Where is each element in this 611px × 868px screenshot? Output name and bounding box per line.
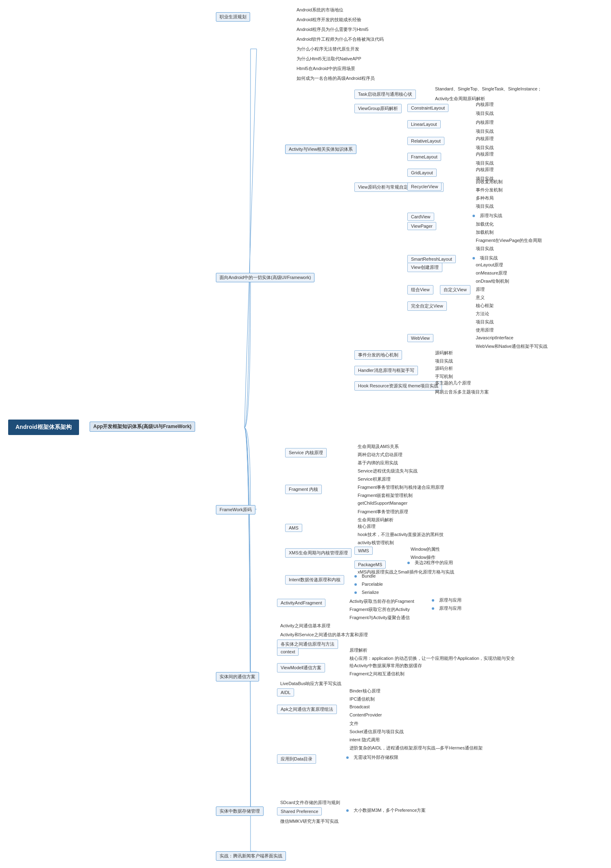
connection-lines [0,0,611,868]
cardview-label: CardView [407,213,434,221]
webview-node: WebView [407,334,433,342]
recyclerview-label: RecyclerView [407,182,442,191]
recyclerview-node: RecyclerView [407,182,442,191]
mindmap-container: Android框架体系架构 App开发框架知识体系(高级UI与FrameWork… [0,0,611,868]
cc-2-node: 方法论 [473,310,492,318]
vm-2-node: Fragment之间相互通信机制 [346,670,408,678]
cardview-node: CardView [407,213,434,221]
event-label: 事件分发的地心机制 [354,350,402,360]
apk2-5-label: intent 隐式调用 [346,736,383,744]
career-2-node: Android程序开发的技能成长经验 [293,15,365,24]
intent-node: Intent数据传递原理和内核 [285,575,344,585]
service-1-node: 生命周期及AMS关系 [354,442,402,451]
activity-comm-node: Activity之间通信基本原理 [277,622,334,630]
frag-1-node: Fragment事务管理机制与栈传递合应用原理 [354,483,447,492]
hook-label: Hook Resource资源实现 theme项目实战 [354,381,442,391]
complete-custom-label: 完全自定义View [407,301,447,311]
career-1-label: Android系统的市场地位 [293,6,347,14]
apk2-2-node: ContentProvider [346,711,385,719]
af-label: ActivityAndFragment [277,599,325,607]
l1-app-node: App开发框架知识体系(高级UI与FrameWork) [90,422,195,432]
af-1-1-node: 原理与应用 [432,597,465,603]
ams-2-label: hook技术，不注册activity直接派达的黑科技 [354,530,447,539]
viewpager-label: ViewPager [407,222,436,230]
career-2-label: Android程序开发的技能成长经验 [293,15,365,24]
smartrefresh-node: SmartRefreshLayout [407,255,456,263]
apk2-1-node: Broadcast [346,703,373,710]
activity-view-node: Activity与View相关实体知识体系 [285,145,356,154]
custom-view-node: 自定义View [440,285,470,294]
wms-label: WMS [354,547,373,555]
wv-1-label: JavascriptInterface [473,334,516,341]
viewgroup-label: ViewGroup原码解析 [354,104,402,113]
rv-3-node: 多种布局 [473,194,497,202]
af-1-label: Activity获取当前存在的Fragment [346,597,418,606]
frame-node: FrameLayout [407,153,441,161]
service-3-label: 基于内绑的应用实战 [354,459,401,467]
cv-project-node: 项目实战 [473,318,497,326]
frag-3-label: getChildSupportManager [354,499,411,507]
sp-1-label: 大小数据M3M，多个Preference方案 [350,806,429,814]
vc-3-node: onDraw绘制机制 [473,277,512,286]
relative-1-node: 内核原理 [473,134,497,143]
sdcard-label: SDcard文件存储的原理与规则 [277,798,343,807]
apk2-1-label: Broadcast [346,703,373,710]
linear-1-node: 内核原理 [473,118,497,127]
cc-1-label: 核心框架 [473,301,497,310]
career-5-label: 为什么小程序无法替代原生开发 [293,45,363,53]
wms-node: WMS [354,547,373,555]
xms-label: XMS生命周期与内核管理原理 [285,548,352,558]
linear-node: LinearLayout [407,120,441,128]
intent-label: Intent数据传递原理和内核 [285,575,344,585]
activity-view-label: Activity与View相关实体知识体系 [285,145,356,154]
svg-line-1 [244,49,257,428]
af-1-node: Activity获取当前存在的Fragment [346,597,418,606]
hook-2-node: 网易云音乐多主题项目方案 [432,388,492,396]
af-node: ActivityAndFragment [277,599,325,607]
constraint-label: ConstraintLayout [407,104,448,112]
linear-label: LinearLayout [407,120,441,128]
constraint-1-node: 内核原理 [473,100,497,109]
service-2-node: 两种启动方式启动原理 [354,450,406,459]
service-4-node: Service进程优先级流失与实战 [354,467,421,475]
constraint-2-node: 项目实战 [473,109,497,118]
shared-pref-node: Shared Preference [277,807,322,815]
af-3-label: Fragment与Activity凝聚合通信 [346,613,413,622]
event-node: 事件分发的地心机制 [354,350,402,360]
vc-2-label: onMeasure原理 [473,269,510,277]
frag-4-label: Fragment事务管理的原理 [354,508,411,516]
career-3-node: Android程序员为什么需要学习Html5 [293,25,372,34]
sp-1-node: 大小数据M3M，多个Preference方案 [346,807,429,813]
root-label: Android框架体系架构 [8,420,79,435]
relative-label: RelativeLayout [407,137,444,145]
cardview-1-node: 原理与实战 [473,213,506,219]
ams-node: AMS [285,524,302,532]
ams-3-node: activity栈管理机制 [354,538,397,547]
wv-2-label: WebView和Native通信框架手写实战 [473,342,551,351]
vp-1-label: 加载优化 [473,220,497,229]
constraint-node: ConstraintLayout [407,104,448,112]
combine-2-node: 意义 [473,293,488,302]
l1-app-label: App开发框架知识体系(高级UI与FrameWork) [90,422,195,432]
relative-1-label: 内核原理 [473,134,497,143]
cv-use-node: 使用原理 [473,326,497,334]
viewpager-node: ViewPager [407,222,436,230]
intent-2-label: Parcelable [358,580,386,588]
task-label: Task启动原理与通用核心状 [354,90,416,99]
af-2-1-node: 原理与应用 [432,605,465,611]
ams-3-label: activity栈管理机制 [354,538,397,547]
rv-4-node: 项目实战 [473,202,497,211]
vp-3-label: Fragment在ViewPage的生命周期 [473,236,545,245]
rv-4-label: 项目实战 [473,202,497,211]
framework-node: FrameWork原码 [216,505,255,514]
pms-1-label: 美边2程序中的应用 [411,559,456,566]
grid-label: GridLayout [407,169,437,177]
af-2-label: Fragment获取它所在的Activity [346,605,413,614]
combine-2-label: 意义 [473,293,488,302]
vc-1-node: onLayout原理 [473,261,506,269]
activity-service-label: Activity和Service之间通信的基本方案和原理 [277,631,371,639]
frag-4-node: Fragment事务管理的原理 [354,508,411,516]
vc-3-label: onDraw绘制机制 [473,277,512,286]
apk2-5-node: intent 隐式调用 [346,736,383,744]
service-5-node: Service积累原理 [354,475,394,483]
